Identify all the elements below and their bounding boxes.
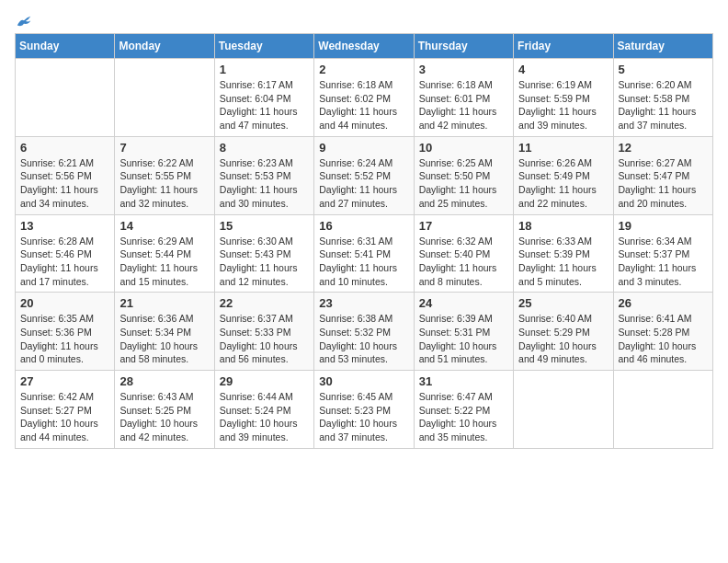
day-info: Sunrise: 6:22 AM Sunset: 5:55 PM Dayligh… [119,156,209,211]
calendar-cell: 11Sunrise: 6:26 AM Sunset: 5:49 PM Dayli… [514,136,613,214]
day-number: 25 [518,296,608,310]
calendar-week-row: 1Sunrise: 6:17 AM Sunset: 6:04 PM Daylig… [16,59,713,137]
day-info: Sunrise: 6:30 AM Sunset: 5:43 PM Dayligh… [220,235,309,289]
day-info: Sunrise: 6:21 AM Sunset: 5:56 PM Dayligh… [20,156,109,211]
day-number: 19 [619,219,708,233]
calendar-cell: 18Sunrise: 6:33 AM Sunset: 5:39 PM Dayli… [514,214,613,293]
calendar-cell: 23Sunrise: 6:38 AM Sunset: 5:32 PM Dayli… [314,293,414,371]
day-header-wednesday: Wednesday [314,34,414,59]
day-number: 23 [319,296,408,310]
day-number: 20 [20,296,109,310]
day-info: Sunrise: 6:38 AM Sunset: 5:32 PM Dayligh… [319,312,408,366]
calendar-cell [16,59,115,137]
calendar-cell: 12Sunrise: 6:27 AM Sunset: 5:47 PM Dayli… [613,136,712,214]
calendar-cell: 25Sunrise: 6:40 AM Sunset: 5:29 PM Dayli… [514,293,613,371]
calendar-week-row: 13Sunrise: 6:28 AM Sunset: 5:46 PM Dayli… [16,214,713,293]
day-info: Sunrise: 6:39 AM Sunset: 5:31 PM Dayligh… [419,312,508,366]
day-info: Sunrise: 6:24 AM Sunset: 5:52 PM Dayligh… [319,156,408,211]
day-info: Sunrise: 6:29 AM Sunset: 5:44 PM Dayligh… [119,235,209,289]
day-info: Sunrise: 6:45 AM Sunset: 5:23 PM Dayligh… [319,390,408,444]
calendar-cell: 4Sunrise: 6:19 AM Sunset: 5:59 PM Daylig… [514,59,613,137]
day-header-saturday: Saturday [613,34,712,59]
day-info: Sunrise: 6:20 AM Sunset: 5:58 PM Dayligh… [619,78,708,132]
day-number: 14 [119,219,209,233]
day-number: 8 [220,141,309,155]
day-number: 2 [319,63,408,76]
calendar-cell: 16Sunrise: 6:31 AM Sunset: 5:41 PM Dayli… [314,214,414,293]
day-info: Sunrise: 6:42 AM Sunset: 5:27 PM Dayligh… [20,390,109,444]
day-number: 22 [220,296,309,310]
day-number: 30 [319,374,408,388]
day-number: 16 [319,219,408,233]
calendar-cell: 27Sunrise: 6:42 AM Sunset: 5:27 PM Dayli… [16,371,115,449]
day-info: Sunrise: 6:43 AM Sunset: 5:25 PM Dayligh… [119,390,209,444]
day-info: Sunrise: 6:47 AM Sunset: 5:22 PM Dayligh… [419,390,508,444]
day-number: 9 [319,141,408,155]
calendar-cell: 22Sunrise: 6:37 AM Sunset: 5:33 PM Dayli… [214,293,313,371]
day-number: 10 [419,141,508,155]
day-number: 13 [20,219,109,233]
calendar-cell: 5Sunrise: 6:20 AM Sunset: 5:58 PM Daylig… [613,59,712,137]
day-info: Sunrise: 6:31 AM Sunset: 5:41 PM Dayligh… [319,235,408,289]
day-number: 28 [119,374,209,388]
day-number: 17 [419,219,508,233]
day-info: Sunrise: 6:32 AM Sunset: 5:40 PM Dayligh… [419,235,508,289]
day-number: 31 [419,374,508,388]
day-number: 12 [619,141,708,155]
day-info: Sunrise: 6:34 AM Sunset: 5:37 PM Dayligh… [619,235,708,289]
calendar-cell: 24Sunrise: 6:39 AM Sunset: 5:31 PM Dayli… [414,293,513,371]
day-number: 6 [20,141,109,155]
calendar-header-row: SundayMondayTuesdayWednesdayThursdayFrid… [16,34,713,59]
day-info: Sunrise: 6:36 AM Sunset: 5:34 PM Dayligh… [119,312,209,366]
calendar-cell: 1Sunrise: 6:17 AM Sunset: 6:04 PM Daylig… [214,59,313,137]
day-number: 5 [619,63,708,76]
calendar-cell: 17Sunrise: 6:32 AM Sunset: 5:40 PM Dayli… [414,214,513,293]
day-info: Sunrise: 6:18 AM Sunset: 6:02 PM Dayligh… [319,78,408,132]
day-number: 11 [518,141,608,155]
day-info: Sunrise: 6:37 AM Sunset: 5:33 PM Dayligh… [220,312,309,366]
day-info: Sunrise: 6:18 AM Sunset: 6:01 PM Dayligh… [419,78,508,132]
day-number: 4 [518,63,608,76]
day-header-tuesday: Tuesday [214,34,313,59]
logo-bird-icon [16,15,32,29]
day-info: Sunrise: 6:25 AM Sunset: 5:50 PM Dayligh… [419,156,508,211]
day-info: Sunrise: 6:23 AM Sunset: 5:53 PM Dayligh… [220,156,309,211]
day-number: 24 [419,296,508,310]
day-number: 18 [518,219,608,233]
day-number: 21 [119,296,209,310]
day-number: 15 [220,219,309,233]
day-info: Sunrise: 6:26 AM Sunset: 5:49 PM Dayligh… [518,156,608,211]
day-info: Sunrise: 6:33 AM Sunset: 5:39 PM Dayligh… [518,235,608,289]
day-header-monday: Monday [115,34,214,59]
calendar-cell: 26Sunrise: 6:41 AM Sunset: 5:28 PM Dayli… [613,293,712,371]
calendar-cell [115,59,214,137]
calendar-cell: 28Sunrise: 6:43 AM Sunset: 5:25 PM Dayli… [115,371,214,449]
page-header [15,15,713,26]
calendar-cell: 8Sunrise: 6:23 AM Sunset: 5:53 PM Daylig… [214,136,313,214]
day-number: 29 [220,374,309,388]
calendar-cell: 10Sunrise: 6:25 AM Sunset: 5:50 PM Dayli… [414,136,513,214]
calendar-cell: 15Sunrise: 6:30 AM Sunset: 5:43 PM Dayli… [214,214,313,293]
calendar-table: SundayMondayTuesdayWednesdayThursdayFrid… [15,33,713,449]
calendar-cell: 21Sunrise: 6:36 AM Sunset: 5:34 PM Dayli… [115,293,214,371]
day-info: Sunrise: 6:40 AM Sunset: 5:29 PM Dayligh… [518,312,608,366]
calendar-cell: 13Sunrise: 6:28 AM Sunset: 5:46 PM Dayli… [16,214,115,293]
calendar-cell [514,371,613,449]
day-info: Sunrise: 6:41 AM Sunset: 5:28 PM Dayligh… [619,312,708,366]
day-header-friday: Friday [514,34,613,59]
calendar-cell: 7Sunrise: 6:22 AM Sunset: 5:55 PM Daylig… [115,136,214,214]
day-header-thursday: Thursday [414,34,513,59]
day-number: 27 [20,374,109,388]
calendar-cell: 9Sunrise: 6:24 AM Sunset: 5:52 PM Daylig… [314,136,414,214]
day-number: 26 [619,296,708,310]
calendar-cell: 29Sunrise: 6:44 AM Sunset: 5:24 PM Dayli… [214,371,313,449]
calendar-cell: 20Sunrise: 6:35 AM Sunset: 5:36 PM Dayli… [16,293,115,371]
calendar-week-row: 20Sunrise: 6:35 AM Sunset: 5:36 PM Dayli… [16,293,713,371]
day-info: Sunrise: 6:28 AM Sunset: 5:46 PM Dayligh… [20,235,109,289]
calendar-cell: 30Sunrise: 6:45 AM Sunset: 5:23 PM Dayli… [314,371,414,449]
calendar-cell: 2Sunrise: 6:18 AM Sunset: 6:02 PM Daylig… [314,59,414,137]
day-number: 1 [220,63,309,76]
day-info: Sunrise: 6:44 AM Sunset: 5:24 PM Dayligh… [220,390,309,444]
calendar-cell: 3Sunrise: 6:18 AM Sunset: 6:01 PM Daylig… [414,59,513,137]
calendar-cell: 6Sunrise: 6:21 AM Sunset: 5:56 PM Daylig… [16,136,115,214]
